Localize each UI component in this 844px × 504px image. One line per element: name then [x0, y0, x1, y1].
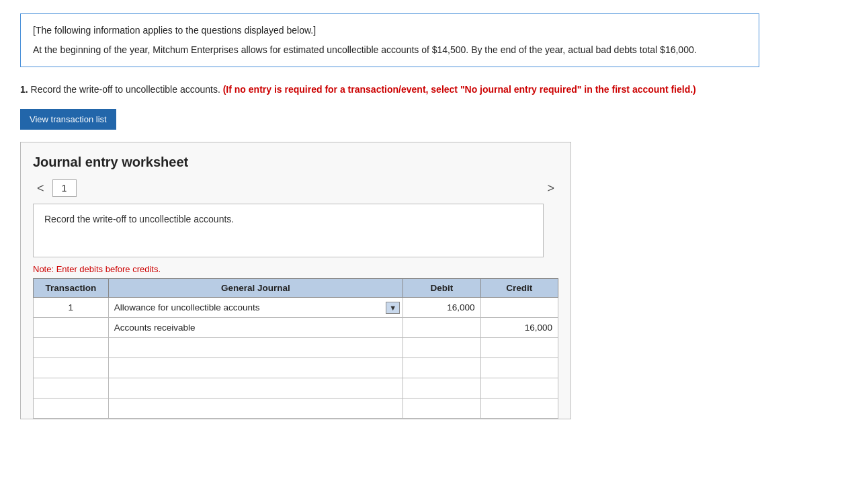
table-row-transaction-5 [34, 398, 109, 419]
table-row-account-5 [108, 398, 403, 419]
journal-table: Transaction General Journal Debit Credit… [33, 278, 558, 419]
description-box: Record the write-off to uncollectible ac… [33, 204, 544, 257]
info-line1: [The following information applies to th… [33, 24, 747, 38]
table-row-transaction-2 [34, 338, 109, 358]
table-row-debit-4 [403, 378, 480, 398]
col-header-transaction: Transaction [34, 279, 109, 298]
table-row-transaction-0: 1 [34, 298, 109, 318]
question-text: 1. Record the write-off to uncollectible… [20, 82, 759, 97]
table-row-credit-3 [480, 358, 558, 378]
table-row-credit-1: 16,000 [480, 318, 558, 338]
table-row-debit-3 [403, 358, 480, 378]
dropdown-arrow-icon[interactable]: ▼ [386, 302, 400, 314]
worksheet-container: Journal entry worksheet < 1 > Record the… [20, 142, 571, 419]
table-row-credit-5 [480, 398, 558, 419]
table-row-credit-4 [480, 378, 558, 398]
table-row-transaction-3 [34, 358, 109, 378]
table-row-credit-0 [480, 298, 558, 318]
view-transaction-button[interactable]: View transaction list [20, 109, 116, 130]
nav-left-button[interactable]: < [33, 180, 48, 197]
table-row-account-0[interactable]: Allowance for uncollectible accounts▼ [108, 298, 403, 318]
table-row-debit-1 [403, 318, 480, 338]
table-row-debit-0: 16,000 [403, 298, 480, 318]
info-box: [The following information applies to th… [20, 13, 759, 67]
nav-right-button[interactable]: > [543, 180, 558, 197]
col-header-debit: Debit [403, 279, 480, 298]
table-row-debit-5 [403, 398, 480, 419]
table-row-account-3 [108, 358, 403, 378]
table-row-account-4 [108, 378, 403, 398]
nav-row: < 1 > [33, 179, 558, 197]
table-row-credit-2 [480, 338, 558, 358]
info-line2: At the beginning of the year, Mitchum En… [33, 43, 747, 57]
question-red: (If no entry is required for a transacti… [223, 84, 696, 95]
col-header-general-journal: General Journal [108, 279, 403, 298]
col-header-credit: Credit [480, 279, 558, 298]
question-number: 1. [20, 84, 28, 95]
worksheet-title: Journal entry worksheet [33, 155, 558, 170]
note-text: Note: Enter debits before credits. [33, 264, 558, 274]
page-number-box: 1 [52, 179, 77, 197]
table-row-transaction-4 [34, 378, 109, 398]
question-plain: Record the write-off to uncollectible ac… [31, 84, 223, 95]
table-row-debit-2 [403, 338, 480, 358]
table-row-account-2 [108, 338, 403, 358]
table-row-account-1[interactable]: Accounts receivable [108, 318, 403, 338]
table-row-transaction-1 [34, 318, 109, 338]
